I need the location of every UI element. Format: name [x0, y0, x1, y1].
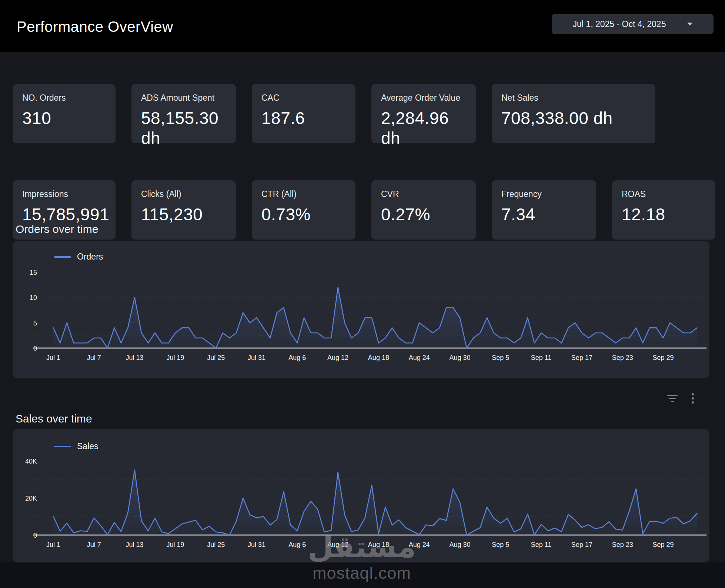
kpi-card-no-orders: NO. Orders310	[13, 84, 116, 143]
svg-text:Jul 7: Jul 7	[87, 354, 101, 361]
filter-icon[interactable]	[666, 394, 679, 404]
svg-text:Sep 11: Sep 11	[531, 354, 552, 361]
svg-text:Jul 13: Jul 13	[126, 541, 144, 548]
page-title: Performance OverView	[17, 19, 173, 35]
svg-text:Sep 29: Sep 29	[652, 541, 674, 548]
svg-text:Jul 19: Jul 19	[166, 354, 184, 361]
sales-chart-toolbar	[666, 392, 695, 405]
svg-text:Sep 17: Sep 17	[571, 354, 592, 361]
svg-text:Sep 5: Sep 5	[492, 354, 509, 361]
svg-text:Aug 12: Aug 12	[327, 541, 348, 548]
kpi-value: 708,338.00 dh	[501, 108, 646, 128]
kpi-value: 0.27%	[381, 204, 466, 224]
kpi-card-cvr: CVR0.27%	[371, 180, 476, 240]
kpi-card-clicks-all: Clicks (All)115,230	[131, 180, 236, 240]
svg-text:Sep 23: Sep 23	[612, 541, 633, 548]
svg-text:Jul 1: Jul 1	[46, 354, 60, 361]
kpi-label: CVR	[381, 189, 466, 199]
svg-text:Jul 1: Jul 1	[46, 541, 60, 548]
kpi-label: Frequency	[501, 189, 587, 199]
svg-text:5: 5	[33, 320, 37, 327]
orders-legend-line-swatch	[54, 256, 71, 258]
kpi-value: 2,284.96 dh	[381, 108, 466, 148]
svg-text:Aug 18: Aug 18	[368, 541, 389, 548]
orders-line-chart: 051015Jul 1Jul 7Jul 13Jul 19Jul 25Jul 31…	[13, 241, 709, 378]
kpi-card-ctr-all: CTR (All)0.73%	[252, 180, 355, 240]
svg-text:Jul 31: Jul 31	[248, 354, 265, 361]
kpi-card-net-sales: Net Sales708,338.00 dh	[492, 84, 655, 143]
kebab-menu-icon[interactable]	[690, 392, 695, 405]
svg-text:Aug 12: Aug 12	[327, 354, 348, 361]
orders-legend-label: Orders	[77, 252, 103, 262]
orders-legend: Orders	[54, 252, 103, 262]
kpi-card-frequency: Frequency7.34	[492, 180, 596, 240]
svg-text:Jul 25: Jul 25	[207, 354, 225, 361]
svg-text:Jul 25: Jul 25	[207, 541, 225, 548]
kpi-label: Impressions	[22, 189, 106, 199]
date-range-value: Jul 1, 2025 - Oct 4, 2025	[573, 19, 666, 29]
kpi-value: 310	[22, 108, 106, 128]
svg-text:Aug 24: Aug 24	[409, 541, 430, 548]
svg-text:Aug 18: Aug 18	[368, 354, 389, 361]
svg-text:Aug 30: Aug 30	[449, 541, 470, 548]
kpi-card-cac: CAC187.6	[252, 84, 355, 143]
svg-text:0: 0	[33, 532, 37, 539]
kpi-value: 58,155.30 dh	[141, 108, 226, 148]
svg-text:Jul 7: Jul 7	[87, 541, 101, 548]
sales-legend-label: Sales	[77, 441, 98, 451]
kpi-value: 7.34	[501, 204, 587, 224]
svg-text:Jul 31: Jul 31	[248, 541, 265, 548]
sales-line-chart: 020K40KJul 1Jul 7Jul 13Jul 19Jul 25Jul 3…	[13, 429, 709, 562]
kpi-card-average-order-value: Average Order Value2,284.96 dh	[371, 84, 476, 143]
sales-section-title: Sales over time	[16, 412, 92, 425]
svg-text:0: 0	[33, 345, 37, 352]
svg-text:Jul 19: Jul 19	[166, 541, 184, 548]
kpi-label: CTR (All)	[261, 189, 346, 199]
svg-text:Sep 29: Sep 29	[652, 354, 674, 361]
svg-text:Jul 13: Jul 13	[126, 354, 144, 361]
sales-legend: Sales	[54, 441, 98, 451]
kpi-label: CAC	[261, 93, 346, 103]
date-range-button[interactable]: Jul 1, 2025 - Oct 4, 2025	[552, 14, 714, 34]
chevron-down-icon	[687, 23, 692, 26]
kpi-value: 115,230	[141, 204, 226, 224]
svg-text:20K: 20K	[25, 495, 37, 502]
kpi-label: Average Order Value	[381, 93, 466, 103]
kpi-card-roas: ROAS12.18	[612, 180, 715, 240]
kpi-label: ROAS	[622, 189, 706, 199]
app-header: Performance OverView Jul 1, 2025 - Oct 4…	[0, 0, 725, 52]
svg-text:15: 15	[30, 269, 37, 276]
kpi-value: 0.73%	[261, 204, 346, 224]
dashboard-page: Performance OverView Jul 1, 2025 - Oct 4…	[0, 0, 725, 588]
kpi-value: 12.18	[622, 204, 706, 224]
svg-text:40K: 40K	[25, 458, 37, 465]
svg-text:Sep 5: Sep 5	[492, 541, 509, 548]
svg-text:Sep 23: Sep 23	[612, 354, 633, 361]
orders-section-title: Orders over time	[16, 223, 98, 235]
orders-chart-panel: Orders 051015Jul 1Jul 7Jul 13Jul 19Jul 2…	[13, 241, 709, 378]
kpi-value: 15,785,991	[22, 204, 106, 224]
kpi-label: Clicks (All)	[141, 189, 226, 199]
kpi-label: Net Sales	[501, 93, 646, 103]
svg-text:10: 10	[30, 294, 37, 301]
sales-chart-panel: Sales 020K40KJul 1Jul 7Jul 13Jul 19Jul 2…	[13, 429, 709, 562]
svg-text:Aug 24: Aug 24	[409, 354, 430, 361]
svg-text:Aug 30: Aug 30	[449, 354, 470, 361]
svg-text:Sep 11: Sep 11	[531, 541, 552, 548]
svg-text:Sep 17: Sep 17	[571, 541, 592, 548]
svg-text:Aug 6: Aug 6	[288, 354, 306, 361]
svg-text:Aug 6: Aug 6	[288, 541, 306, 548]
sales-legend-line-swatch	[54, 446, 71, 447]
kpi-card-ads-amount-spent: ADS Amount Spent58,155.30 dh	[131, 84, 236, 143]
kpi-label: NO. Orders	[22, 93, 106, 103]
bottom-strip	[0, 562, 725, 588]
kpi-value: 187.6	[261, 108, 346, 128]
kpi-label: ADS Amount Spent	[141, 93, 226, 103]
